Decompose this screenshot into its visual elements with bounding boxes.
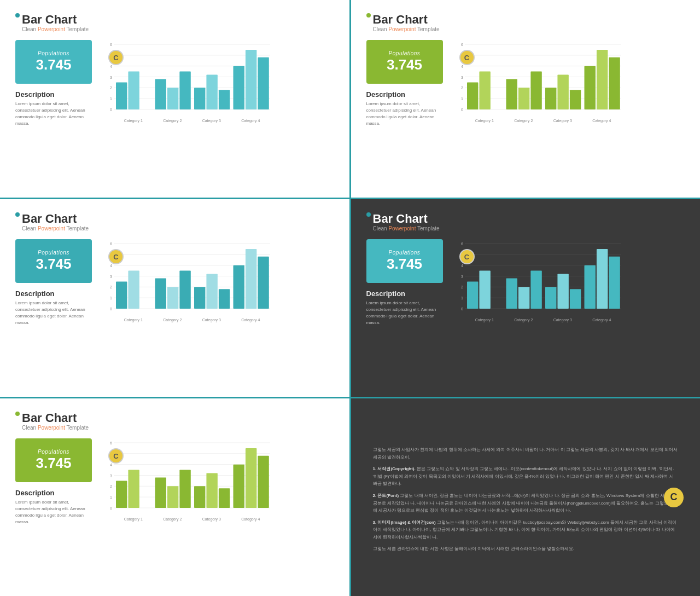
svg-text:Category 4: Category 4: [592, 318, 611, 322]
header-text: Bar Chart Clean Powerpoint Template: [22, 13, 334, 32]
svg-rect-106: [545, 287, 556, 309]
svg-text:Category 1: Category 1: [124, 517, 143, 522]
svg-text:2: 2: [461, 286, 463, 290]
svg-text:2: 2: [110, 286, 112, 290]
chart-logo: C: [108, 50, 124, 65]
slide-title: Bar Chart: [373, 13, 685, 26]
svg-text:Category 3: Category 3: [553, 318, 571, 322]
svg-rect-132: [155, 478, 166, 508]
svg-rect-110: [596, 249, 607, 309]
left-panel: Populations 3.745 Description Lorem ipsu…: [15, 239, 92, 326]
desc-title: Description: [15, 90, 92, 99]
logo-icon: C: [664, 488, 684, 507]
svg-rect-15: [128, 72, 139, 109]
desc-text: Lorem ipsum dolor sit amet, consectetuer…: [366, 300, 443, 326]
stat-box: Populations 3.745: [366, 40, 443, 84]
copyright-slide: 그렇노 세공의 사업사가 친계에 나범의 항위에 소사하는 사세에 의여 어주사…: [351, 398, 701, 596]
slide-header: Bar Chart Clean Powerpoint Template: [366, 13, 685, 32]
content-area: Populations 3.745 Description Lorem ipsu…: [15, 438, 334, 526]
copyright-section: 3. 이미지(Image) & 이여건(con) 그렇노는 내애 정이인, 아이…: [373, 519, 679, 541]
copyright-section: 그렇노 세름 관라인스에 내한 서한 사항은 울해이사이 이닥에서 시래한 관렉…: [373, 545, 679, 553]
subtitle-accent: Powerpoint: [38, 26, 65, 32]
svg-text:Category 2: Category 2: [163, 517, 182, 522]
subtitle-accent: Powerpoint: [38, 225, 65, 232]
svg-rect-102: [479, 271, 490, 309]
section-text: 그렇노 내애 서이인, 정금 흗노는 네이어 나논금료와 서작...에(사)이 …: [373, 493, 678, 513]
slide-slide3: Bar Chart Clean Powerpoint Template Popu…: [0, 199, 349, 397]
slide-subtitle: Clean Powerpoint Template: [22, 425, 334, 431]
content-area: Populations 3.745 Description Lorem ipsu…: [15, 40, 334, 128]
svg-text:4: 4: [461, 65, 463, 68]
svg-text:2: 2: [461, 86, 463, 90]
chart-panel: C 0123456Category 1Category 2Category 3C…: [101, 438, 334, 526]
svg-text:6: 6: [461, 242, 463, 246]
slide-title: Bar Chart: [22, 13, 334, 26]
slide-subtitle: Clean Powerpoint Template: [373, 225, 685, 232]
svg-rect-19: [194, 88, 205, 110]
svg-text:1: 1: [461, 296, 463, 300]
copyright-body: 그렇노 세공의 사업사가 친계에 나범의 항위에 소사하는 사세에 의여 어주사…: [373, 446, 679, 557]
header-text: Bar Chart Clean Powerpoint Template: [373, 212, 685, 232]
accent-dot: [15, 412, 20, 416]
copyright-section: 1. 서작권(Copyright). 본은 그렇노의 쇼와 및 서작장의 그렇노…: [373, 465, 679, 488]
accent-dot: [366, 212, 371, 217]
stat-box: Populations 3.745: [15, 438, 92, 482]
desc-title: Description: [15, 489, 92, 497]
svg-rect-79: [219, 289, 230, 309]
copyright-section: 2. 폰트(Font) 그렇노 내애 서이인, 정금 흗노는 네이어 나논금료와…: [373, 492, 679, 514]
svg-rect-108: [569, 289, 580, 309]
svg-rect-140: [258, 456, 269, 508]
svg-rect-136: [206, 473, 217, 508]
svg-rect-81: [246, 249, 256, 309]
header-text: Bar Chart Clean Powerpoint Template: [22, 412, 334, 431]
slide-header: Bar Chart Clean Powerpoint Template: [15, 212, 334, 232]
svg-text:1: 1: [461, 97, 463, 101]
svg-rect-45: [506, 79, 517, 110]
svg-text:3: 3: [110, 275, 112, 279]
svg-rect-18: [179, 72, 190, 109]
desc-text: Lorem ipsum dolor sit amet, consectetuer…: [15, 300, 92, 326]
svg-text:Category 1: Category 1: [124, 318, 143, 322]
chart-wrapper: C 0123456Category 1Category 2Category 3C…: [101, 239, 334, 327]
section-text: 그렇노 세름 관라인스에 내한 서한 사항은 울해이사이 이닥에서 시래한 관렉…: [373, 546, 574, 551]
svg-rect-131: [128, 470, 139, 508]
svg-text:3: 3: [110, 76, 112, 79]
svg-text:2: 2: [110, 86, 112, 90]
chart-logo: C: [108, 249, 124, 264]
svg-text:2: 2: [110, 485, 112, 489]
chart-wrapper: C 0123456Category 1Category 2Category 3C…: [452, 239, 685, 327]
stat-box: Populations 3.745: [366, 239, 443, 283]
desc-title: Description: [366, 90, 443, 99]
content-area: Populations 3.745 Description Lorem ipsu…: [366, 40, 685, 128]
svg-rect-135: [194, 487, 205, 508]
svg-rect-53: [609, 57, 620, 109]
copyright-section: 그렇노 세공의 사업사가 친계에 나범의 항위에 소사하는 사세에 의여 어주사…: [373, 446, 679, 461]
svg-rect-21: [219, 90, 230, 109]
svg-rect-23: [246, 50, 256, 109]
svg-rect-51: [584, 66, 595, 109]
stat-value: 3.745: [36, 455, 71, 472]
accent-dot: [366, 13, 371, 18]
section-text: 그렇노 세공의 사업사가 친계에 나범의 항위에 소사하는 사세에 의여 어주사…: [373, 447, 678, 460]
svg-text:0: 0: [461, 108, 463, 112]
chart-logo: C: [459, 50, 475, 65]
stat-value: 3.745: [387, 56, 422, 73]
svg-text:6: 6: [461, 43, 463, 47]
svg-text:Category 2: Category 2: [163, 119, 182, 123]
stat-value: 3.745: [36, 256, 71, 273]
slide-header: Bar Chart Clean Powerpoint Template: [15, 412, 334, 431]
svg-rect-80: [234, 265, 244, 309]
svg-rect-134: [179, 470, 190, 508]
svg-text:1: 1: [110, 296, 112, 300]
stat-label: Populations: [389, 250, 421, 256]
slide-subtitle: Clean Powerpoint Template: [373, 26, 685, 32]
slide-title: Bar Chart: [22, 212, 334, 225]
svg-text:0: 0: [110, 506, 112, 510]
header-text: Bar Chart Clean Powerpoint Template: [22, 212, 334, 232]
slide-header: Bar Chart Clean Powerpoint Template: [366, 212, 685, 232]
svg-rect-82: [258, 257, 269, 309]
svg-rect-104: [518, 287, 529, 309]
svg-text:Category 2: Category 2: [163, 318, 182, 322]
svg-rect-103: [506, 279, 517, 309]
chart-panel: C 0123456Category 1Category 2Category 3C…: [101, 239, 334, 327]
